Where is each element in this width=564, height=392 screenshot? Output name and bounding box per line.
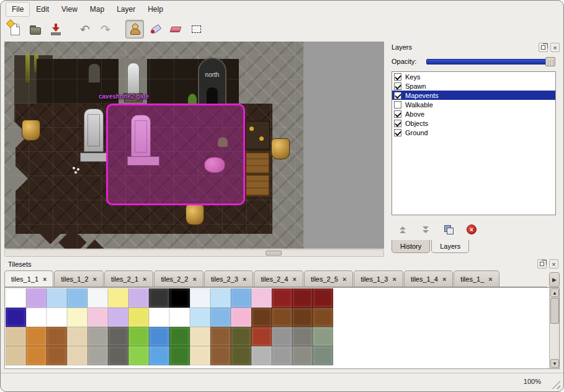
tileset-tab-tiles_2_4[interactable]: tiles_2_4× [254,270,303,287]
layer-row-walkable[interactable]: Walkable [392,100,555,109]
tile-1-14[interactable] [292,308,313,327]
tile-0-11[interactable] [231,288,251,308]
layer-visibility-checkbox[interactable] [394,92,401,99]
tab-close-icon[interactable]: × [342,276,346,283]
tile-2-15[interactable] [313,327,333,346]
tile-2-11[interactable] [231,327,251,346]
tileset-tab-tiles_1_[interactable]: tiles_1_× [454,270,499,287]
layer-row-mapevents[interactable]: Mapevents [392,91,555,100]
layer-row-ground[interactable]: Ground [392,128,555,137]
tile-2-12[interactable] [251,327,272,346]
tile-0-13[interactable] [272,288,292,308]
tile-3-13[interactable] [272,346,292,365]
tileset-tab-tiles_2_3[interactable]: tiles_2_3× [204,270,253,287]
tile-0-10[interactable] [210,288,231,308]
tile-1-7[interactable] [149,308,169,327]
tile-1-5[interactable] [108,308,128,327]
opacity-slider-handle[interactable] [545,57,555,66]
save-button[interactable] [47,20,65,38]
tile-1-13[interactable] [272,308,292,327]
tile-2-14[interactable] [292,327,313,346]
tile-1-1[interactable] [26,308,47,327]
tile-1-15[interactable] [313,308,333,327]
tab-close-icon[interactable]: × [93,276,97,283]
opacity-slider[interactable] [426,59,555,65]
layer-visibility-checkbox[interactable] [394,101,401,109]
tile-2-10[interactable] [210,327,231,346]
float-panel-button[interactable] [537,259,547,269]
layer-visibility-checkbox[interactable] [394,129,401,136]
tile-0-6[interactable] [128,288,149,308]
tile-3-15[interactable] [313,346,333,365]
resize-grip[interactable] [552,380,560,389]
layer-row-objects[interactable]: Objects [392,118,555,128]
layer-visibility-checkbox[interactable] [394,110,401,118]
open-file-button[interactable] [26,20,45,38]
tile-3-6[interactable] [128,346,149,365]
layer-visibility-checkbox[interactable] [394,120,401,127]
tile-0-5[interactable] [108,288,128,308]
tile-3-12[interactable] [251,346,272,365]
tile-1-8[interactable] [169,308,190,327]
tab-scroll-right-button[interactable]: ▶ [549,272,560,287]
tile-0-0[interactable] [6,288,26,308]
tileset-tab-tiles_1_1[interactable]: tiles_1_1× [4,270,53,287]
tile-0-14[interactable] [292,288,313,308]
tab-close-icon[interactable]: × [143,276,146,283]
stamp-tool-button[interactable] [125,20,144,38]
tile-3-5[interactable] [108,346,128,365]
duplicate-layer-button[interactable] [442,223,455,236]
tile-1-6[interactable] [128,308,149,327]
splitter-handle[interactable] [266,251,282,256]
tab-close-icon[interactable]: × [193,276,197,283]
tile-2-5[interactable] [108,327,128,346]
tile-2-9[interactable] [190,327,210,346]
tile-3-0[interactable] [6,346,26,365]
tab-close-icon[interactable]: × [292,276,296,283]
tile-0-12[interactable] [251,288,272,308]
new-file-button[interactable] [6,20,24,38]
menu-edit[interactable]: Edit [30,2,55,17]
undo-button[interactable]: ↶ [76,20,94,38]
tile-0-8[interactable] [169,288,190,308]
tile-2-4[interactable] [87,327,108,346]
scroll-up-button[interactable]: ▲ [550,288,559,297]
tab-close-icon[interactable]: × [243,276,246,283]
map-tiles[interactable]: north caveshrine [4,42,303,249]
rect-select-tool-button[interactable] [187,20,205,38]
scrollbar-thumb[interactable] [550,298,559,324]
dock-tab-layers[interactable]: Layers [431,240,469,253]
tab-close-icon[interactable]: × [442,276,446,283]
scroll-down-button[interactable]: ▼ [550,359,559,368]
tile-2-8[interactable] [169,327,190,346]
layer-visibility-checkbox[interactable] [394,82,401,90]
tile-0-15[interactable] [313,288,333,308]
tile-2-6[interactable] [128,327,149,346]
brush-tool-button[interactable] [146,20,164,38]
tile-3-8[interactable] [169,346,190,365]
float-panel-button[interactable] [539,43,548,52]
tile-3-10[interactable] [210,346,231,365]
tileset-tab-tiles_1_3[interactable]: tiles_1_3× [354,270,403,287]
tile-1-12[interactable] [251,308,272,327]
tile-2-13[interactable] [272,327,292,346]
tileset-tab-tiles_1_2[interactable]: tiles_1_2× [54,270,103,287]
map-selection-rect[interactable] [106,104,245,205]
tile-3-9[interactable] [190,346,210,365]
tab-close-icon[interactable]: × [392,276,396,283]
tile-0-9[interactable] [190,288,210,308]
close-panel-button[interactable]: × [549,259,558,269]
tab-close-icon[interactable]: × [43,276,47,283]
menu-view[interactable]: View [55,2,84,17]
tile-1-11[interactable] [231,308,251,327]
tab-close-icon[interactable]: × [488,276,492,283]
tile-1-2[interactable] [47,308,67,327]
menu-file[interactable]: File [6,2,30,17]
move-layer-up-button[interactable] [396,223,409,236]
map-canvas[interactable]: north caveshrine [4,42,384,249]
dock-tab-history[interactable]: History [392,240,430,253]
tile-3-1[interactable] [26,346,47,365]
tile-3-2[interactable] [47,346,67,365]
delete-layer-button[interactable]: × [465,223,478,236]
tile-2-3[interactable] [67,327,87,346]
